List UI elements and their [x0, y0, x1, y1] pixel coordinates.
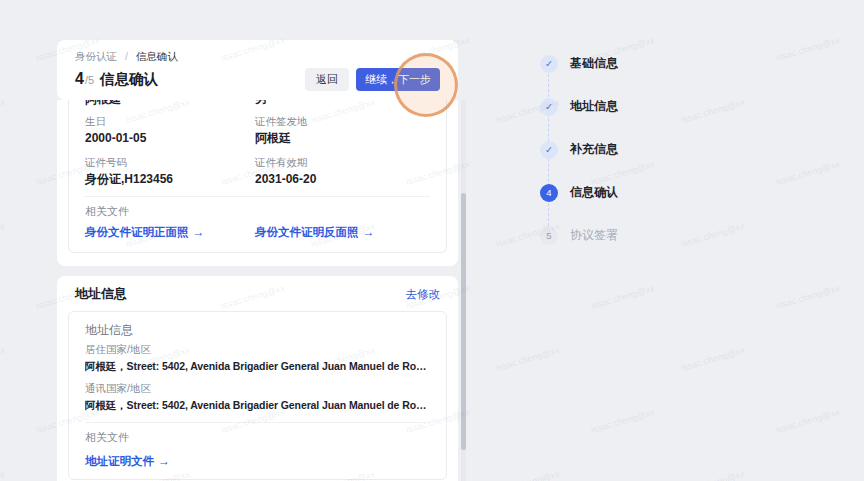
mailing-country-label: 通讯国家/地区 [85, 382, 430, 395]
field-value: 阿根廷 [255, 131, 430, 146]
link-label: 地址证明文件 [85, 454, 154, 469]
page-title-text: 信息确认 [100, 70, 158, 89]
residence-address-value: 阿根廷，Street: 5402, Avenida Brigadier Gene… [85, 359, 430, 374]
step-label: 补充信息 [570, 141, 618, 158]
breadcrumb: 身份认证 / 信息确认 [75, 50, 440, 63]
next-step-button[interactable]: 继续，下一步 [356, 68, 440, 91]
field-label: 证件号码 [85, 156, 255, 169]
field-id-number: 证件号码 身份证,H123456 [85, 156, 255, 187]
step-number-badge: 4 [540, 184, 558, 202]
address-info-panel: 地址信息 居住国家/地区 阿根廷，Street: 5402, Avenida B… [68, 311, 447, 480]
page-title: 4 /5 信息确认 [75, 70, 158, 89]
field-label: 证件有效期 [255, 156, 430, 169]
field-label: 证件签发地 [255, 115, 430, 128]
header-card: 身份认证 / 信息确认 4 /5 信息确认 返回 继续，下一步 [57, 40, 458, 100]
clipped-field-row: 阿根廷 男 [85, 100, 430, 107]
step-label: 基础信息 [570, 55, 618, 72]
field-value: 2031-06-20 [255, 172, 430, 187]
field-label: 生日 [85, 115, 255, 128]
step-label: 信息确认 [570, 184, 618, 201]
step-info-confirmation[interactable]: 4 信息确认 [540, 171, 618, 214]
id-info-panel: 阿根廷 男 生日 2000-01-05 证件签发地 阿根廷 证件号码 [68, 100, 447, 253]
arrow-right-icon: → [158, 454, 170, 469]
check-icon: ✓ [540, 141, 558, 159]
field-issue-place: 证件签发地 阿根廷 [255, 115, 430, 146]
divider [85, 422, 430, 423]
related-files-label: 相关文件 [85, 431, 430, 444]
check-icon: ✓ [540, 55, 558, 73]
field-id-expiry: 证件有效期 2031-06-20 [255, 156, 430, 187]
field-value: 身份证,H123456 [85, 172, 255, 187]
step-agreement-signing[interactable]: 5 协议签署 [540, 214, 618, 257]
breadcrumb-separator: / [125, 50, 128, 62]
step-supplementary-info[interactable]: ✓ 补充信息 [540, 128, 618, 171]
back-button[interactable]: 返回 [305, 68, 349, 91]
gender-value: 男 [255, 100, 430, 107]
nationality-value: 阿根廷 [85, 100, 255, 107]
address-proof-link[interactable]: 地址证明文件 → [85, 454, 170, 469]
step-progress-total: /5 [85, 74, 94, 86]
identity-verification-page: 身份认证 / 信息确认 4 /5 信息确认 返回 继续，下一步 阿根廷 男 [0, 0, 864, 481]
breadcrumb-current: 信息确认 [136, 50, 178, 62]
link-label: 身份文件证明反面照 [255, 225, 359, 240]
id-back-photo-link[interactable]: 身份文件证明反面照 → [255, 225, 430, 240]
id-info-card: 阿根廷 男 生日 2000-01-05 证件签发地 阿根廷 证件号码 [57, 100, 458, 266]
step-label: 协议签署 [570, 227, 618, 244]
edit-address-link[interactable]: 去修改 [406, 287, 441, 302]
residence-country-label: 居住国家/地区 [85, 343, 430, 356]
scroll-viewport[interactable]: 阿根廷 男 生日 2000-01-05 证件签发地 阿根廷 证件号码 [57, 100, 458, 481]
step-label: 地址信息 [570, 98, 618, 115]
breadcrumb-parent[interactable]: 身份认证 [75, 50, 117, 62]
mailing-address-value: 阿根廷，Street: 5402, Avenida Brigadier Gene… [85, 398, 430, 413]
address-section-title: 地址信息 [75, 285, 127, 303]
divider [85, 196, 430, 197]
step-address-info[interactable]: ✓ 地址信息 [540, 85, 618, 128]
step-basic-info[interactable]: ✓ 基础信息 [540, 42, 618, 85]
step-number-badge: 5 [540, 227, 558, 245]
scrollbar-thumb[interactable] [461, 193, 466, 450]
address-info-card: 地址信息 去修改 地址信息 居住国家/地区 阿根廷，Street: 5402, … [57, 276, 458, 481]
check-icon: ✓ [540, 98, 558, 116]
related-files-label: 相关文件 [85, 205, 430, 218]
progress-stepper: ✓ 基础信息 ✓ 地址信息 ✓ 补充信息 4 信息确认 5 协议签署 [540, 42, 618, 257]
field-value: 2000-01-05 [85, 131, 255, 146]
step-progress-current: 4 [75, 70, 84, 88]
arrow-right-icon: → [193, 225, 205, 240]
id-front-photo-link[interactable]: 身份文件证明正面照 → [85, 225, 255, 240]
address-panel-title: 地址信息 [85, 323, 430, 337]
field-birthday: 生日 2000-01-05 [85, 115, 255, 146]
link-label: 身份文件证明正面照 [85, 225, 189, 240]
arrow-right-icon: → [363, 225, 375, 240]
